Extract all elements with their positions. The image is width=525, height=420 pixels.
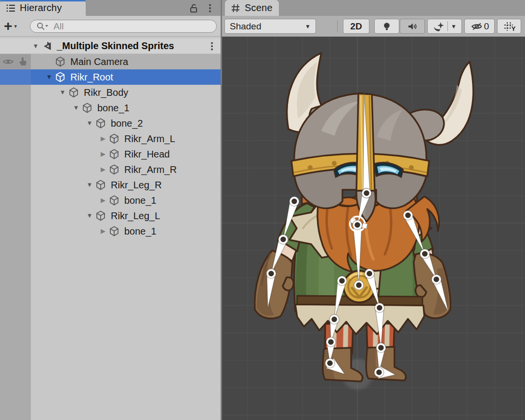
- row-label: Rikr_Body: [80, 87, 128, 98]
- draw-mode-label: Shaded: [230, 21, 262, 32]
- hierarchy-search-field[interactable]: [30, 20, 217, 33]
- row-visibility-gutter[interactable]: [0, 100, 31, 116]
- expander-closed-icon[interactable]: ▶: [98, 131, 108, 146]
- row-visibility-gutter[interactable]: [0, 146, 31, 162]
- hierarchy-row-bone-1[interactable]: ▼bone_1: [0, 100, 221, 116]
- 2d-toggle-button[interactable]: 2D: [343, 19, 369, 34]
- bone-joint[interactable]: [403, 210, 413, 220]
- row-label: Rikr_Leg_R: [107, 180, 162, 191]
- hierarchy-row-rikr-body[interactable]: ▼Rikr_Body: [0, 85, 221, 100]
- row-visibility-gutter[interactable]: [0, 85, 31, 100]
- bone-joint[interactable]: [354, 280, 364, 290]
- expander-open-icon[interactable]: ▼: [44, 69, 54, 85]
- bone-joint[interactable]: [420, 249, 430, 259]
- row-label: Rikr_Leg_L: [107, 210, 160, 222]
- bone-joint[interactable]: [329, 315, 339, 324]
- row-visibility-gutter[interactable]: [0, 69, 31, 85]
- bone-joint[interactable]: [325, 358, 335, 368]
- expander-open-icon[interactable]: ▼: [85, 177, 94, 193]
- expander-closed-icon[interactable]: ▶: [98, 193, 108, 208]
- row-visibility-gutter[interactable]: [0, 208, 31, 223]
- hierarchy-row-rikr-head[interactable]: ▶Rikr_Head: [0, 146, 221, 162]
- expander-closed-icon[interactable]: ▶: [98, 146, 108, 162]
- bone-joint[interactable]: [362, 188, 371, 198]
- hierarchy-tree: ▼_Multiple Skinned SpritesMain Camera▼Ri…: [0, 37, 221, 420]
- grid-settings-button[interactable]: Y: [497, 19, 521, 34]
- scene-panel: Scene Shaded ▼ 2D ▼: [222, 0, 525, 420]
- indent-spacer: [31, 170, 98, 170]
- kebab-menu-icon[interactable]: [204, 2, 216, 14]
- bone-joint[interactable]: [353, 220, 362, 230]
- hierarchy-toolbar: + ▾: [0, 16, 221, 37]
- effects-dropdown-button[interactable]: ▼: [427, 19, 462, 34]
- row-visibility-gutter[interactable]: [0, 223, 31, 239]
- hierarchy-row-bone-1[interactable]: ▶bone_1: [0, 223, 221, 239]
- row-visibility-gutter[interactable]: [0, 193, 31, 208]
- eye-off-icon: [470, 21, 482, 32]
- scene-grid-icon: [230, 2, 241, 14]
- hierarchy-row-rikr-leg-r[interactable]: ▼Rikr_Leg_R: [0, 177, 221, 193]
- bone-joint[interactable]: [432, 275, 441, 284]
- chevron-down-icon: ▼: [451, 23, 457, 30]
- indent-spacer: [31, 139, 98, 139]
- eye-icon[interactable]: [2, 56, 13, 67]
- row-visibility-gutter[interactable]: [0, 177, 31, 193]
- indent-spacer: [31, 108, 71, 108]
- expander-open-icon[interactable]: ▼: [31, 39, 40, 54]
- indent-spacer: [31, 185, 85, 185]
- expander-open-icon[interactable]: ▼: [85, 116, 94, 131]
- expander-open-icon[interactable]: ▼: [71, 100, 81, 116]
- row-visibility-gutter[interactable]: [0, 54, 31, 69]
- bone-joint[interactable]: [266, 269, 276, 278]
- indent-spacer: [0, 46, 31, 46]
- expander-open-icon[interactable]: ▼: [85, 208, 94, 223]
- pick-icon[interactable]: [17, 56, 29, 67]
- hierarchy-row-scene-header[interactable]: ▼_Multiple Skinned Sprites: [0, 39, 221, 54]
- row-visibility-gutter[interactable]: [0, 116, 31, 131]
- toolbar-separator: [337, 20, 338, 32]
- unlock-icon[interactable]: [188, 2, 199, 14]
- bone-joint[interactable]: [278, 235, 288, 244]
- scene-visibility-button[interactable]: 0: [464, 19, 495, 34]
- audio-toggle-button[interactable]: [400, 19, 425, 34]
- bone-joint[interactable]: [365, 269, 374, 278]
- expander-closed-icon[interactable]: ▶: [98, 223, 108, 239]
- row-visibility-gutter[interactable]: [0, 162, 31, 177]
- row-label: bone_1: [93, 103, 130, 114]
- hierarchy-row-bone-1[interactable]: ▶bone_1: [0, 193, 221, 208]
- cube-icon: [67, 86, 80, 99]
- create-object-button[interactable]: + ▾: [4, 19, 25, 33]
- search-input[interactable]: [52, 21, 211, 32]
- expander-open-icon[interactable]: ▼: [58, 85, 67, 100]
- search-icon[interactable]: [35, 21, 50, 32]
- row-label: _Multiple Skinned Sprites: [53, 40, 174, 52]
- hierarchy-row-rikr-arm-r[interactable]: ▶Rikr_Arm_R: [0, 162, 221, 177]
- bone-joint[interactable]: [375, 303, 384, 313]
- row-label: bone_1: [120, 195, 157, 206]
- indent-spacer: [31, 200, 98, 201]
- lighting-toggle-button[interactable]: [374, 19, 399, 34]
- hierarchy-row-bone-2[interactable]: ▼bone_2: [0, 116, 221, 131]
- expander-closed-icon[interactable]: ▶: [98, 162, 108, 177]
- indent-spacer: [31, 77, 44, 78]
- cube-icon: [94, 117, 107, 130]
- bone-joint[interactable]: [289, 197, 299, 206]
- bone-joint[interactable]: [326, 337, 336, 347]
- tab-hierarchy-label: Hierarchy: [20, 2, 62, 13]
- bone-joint[interactable]: [337, 276, 347, 286]
- cube-icon: [54, 55, 66, 68]
- draw-mode-dropdown[interactable]: Shaded ▼: [224, 19, 316, 34]
- scene-viewport[interactable]: [222, 37, 525, 420]
- tab-hierarchy[interactable]: Hierarchy: [0, 0, 86, 16]
- indent-spacer: [31, 216, 85, 216]
- hierarchy-row-rikr-root[interactable]: ▼Rikr_Root: [0, 69, 221, 85]
- lightbulb-icon: [381, 21, 393, 32]
- hierarchy-row-rikr-leg-l[interactable]: ▼Rikr_Leg_L: [0, 208, 221, 223]
- kebab-menu-icon[interactable]: [206, 40, 215, 52]
- bone-joint[interactable]: [374, 368, 384, 377]
- hierarchy-row-main-camera[interactable]: Main Camera: [0, 54, 221, 69]
- tab-scene[interactable]: Scene: [225, 0, 279, 16]
- hierarchy-row-rikr-arm-l[interactable]: ▶Rikr_Arm_L: [0, 131, 221, 146]
- bone-joint[interactable]: [376, 343, 386, 353]
- row-visibility-gutter[interactable]: [0, 131, 31, 146]
